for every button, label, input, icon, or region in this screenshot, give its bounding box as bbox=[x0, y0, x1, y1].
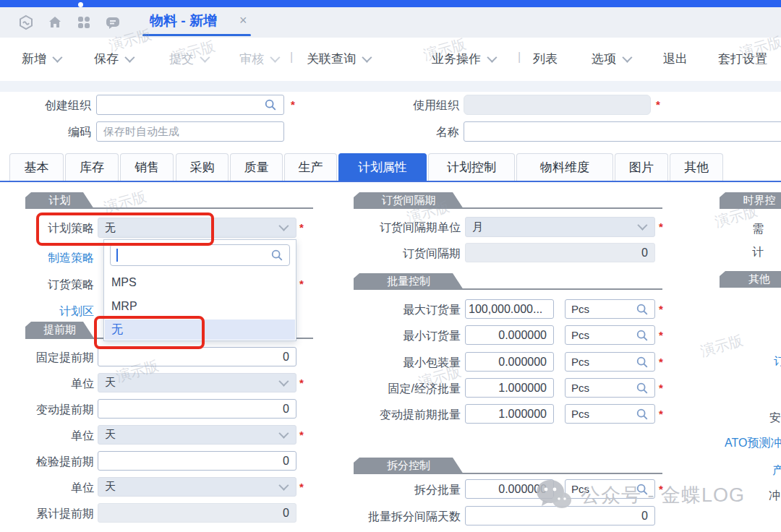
search-icon[interactable] bbox=[636, 382, 649, 395]
value: 天 bbox=[105, 376, 116, 390]
search-icon[interactable] bbox=[270, 249, 283, 262]
dropdown-item-mrp[interactable]: MRP bbox=[105, 294, 295, 318]
menu-list[interactable]: 列表 bbox=[533, 49, 558, 68]
dropdown-item-none[interactable]: 无 bbox=[105, 319, 295, 340]
tab-sales[interactable]: 销售 bbox=[120, 153, 174, 181]
inspect-leadtime-unit-select[interactable]: 天 bbox=[98, 477, 296, 497]
mfg-strategy-label[interactable]: 制造策略 bbox=[0, 251, 94, 266]
value: Pcs bbox=[571, 303, 589, 315]
tab-quality[interactable]: 质量 bbox=[230, 153, 283, 181]
inspect-leadtime-label: 检验提前期 bbox=[0, 455, 94, 470]
home-icon[interactable] bbox=[47, 14, 63, 30]
var-leadtime-unit-select[interactable]: 天 bbox=[98, 425, 296, 445]
other-partial-link[interactable]: 订 bbox=[774, 354, 781, 369]
max-order-qty-label: 最大订货量 bbox=[316, 303, 461, 318]
other-partial-link[interactable]: 产 bbox=[772, 463, 781, 479]
cum-leadtime-label: 累计提前期 bbox=[0, 507, 94, 522]
dropdown-search-input[interactable] bbox=[110, 244, 290, 266]
section-other: 其他 bbox=[720, 271, 781, 288]
var-leadtime-batch-input[interactable]: 1.000000 bbox=[465, 404, 554, 424]
value: Pcs bbox=[571, 329, 589, 341]
fixed-economic-batch-input[interactable]: 1.000000 bbox=[465, 378, 554, 398]
min-pack-qty-unit[interactable]: Pcs bbox=[565, 352, 655, 372]
required-marker: * bbox=[299, 481, 304, 493]
required-marker: * bbox=[659, 483, 663, 495]
menu-label: 业务操作 bbox=[432, 51, 481, 67]
section-plan: 计划 bbox=[25, 192, 94, 209]
interval-unit-label: 订货间隔期单位 bbox=[316, 220, 461, 236]
tab-picture[interactable]: 图片 bbox=[615, 153, 668, 181]
tab-material-dimension[interactable]: 物料维度 bbox=[516, 153, 613, 181]
menu-save[interactable]: 保存 bbox=[94, 49, 132, 68]
menu-new[interactable]: 新增 bbox=[22, 49, 60, 68]
var-leadtime-batch-unit[interactable]: Pcs bbox=[565, 404, 655, 424]
apps-grid-icon[interactable] bbox=[76, 14, 92, 30]
tab-plan-control[interactable]: 计划控制 bbox=[428, 153, 515, 181]
document-tab-title[interactable]: 物料 - 新增 bbox=[150, 12, 217, 30]
required-marker: * bbox=[299, 221, 304, 233]
menu-audit: 审核 bbox=[239, 49, 278, 68]
menu-label: 套打设置 bbox=[718, 51, 767, 67]
tab-other[interactable]: 其他 bbox=[670, 153, 723, 181]
section-batch-control: 批量控制 bbox=[354, 273, 464, 290]
split-batch-input[interactable]: 0.000000 bbox=[465, 479, 554, 499]
split-interval-days-input[interactable]: 0 bbox=[465, 506, 655, 525]
ato-forecast-offset-link[interactable]: ATO预测冲 bbox=[725, 436, 781, 451]
menu-exit[interactable]: 退出 bbox=[663, 49, 688, 68]
menu-options[interactable]: 选项 bbox=[592, 49, 630, 68]
search-icon[interactable] bbox=[636, 329, 649, 342]
tab-production[interactable]: 生产 bbox=[284, 153, 337, 181]
min-order-qty-unit[interactable]: Pcs bbox=[565, 325, 655, 345]
code-input[interactable]: 保存时自动生成 bbox=[96, 121, 284, 142]
search-icon[interactable] bbox=[264, 98, 277, 111]
menu-label: 关联查询 bbox=[307, 51, 356, 67]
min-pack-qty-input[interactable]: 0.000000 bbox=[465, 352, 554, 372]
use-org-input bbox=[464, 95, 651, 115]
chevron-down-icon bbox=[622, 53, 632, 63]
close-icon[interactable]: × bbox=[239, 13, 247, 28]
create-org-input[interactable] bbox=[96, 95, 284, 115]
tab-basic[interactable]: 基本 bbox=[9, 153, 64, 181]
var-leadtime-input[interactable]: 0 bbox=[98, 399, 296, 419]
plan-strategy-select[interactable]: 无 bbox=[98, 218, 296, 238]
demo-watermark: 演示版 bbox=[698, 330, 745, 361]
menu-separator: | bbox=[518, 51, 521, 64]
interval-unit-select[interactable]: 月 bbox=[465, 217, 655, 237]
value: Pcs bbox=[571, 483, 589, 495]
tab-plan-attributes[interactable]: 计划属性 bbox=[338, 153, 427, 181]
fixed-leadtime-unit-select[interactable]: 天 bbox=[98, 373, 296, 392]
var-leadtime-label: 变动提前期 bbox=[0, 403, 94, 418]
fixed-leadtime-input[interactable]: 0 bbox=[98, 347, 296, 366]
search-icon[interactable] bbox=[636, 408, 649, 421]
search-icon[interactable] bbox=[636, 303, 649, 316]
search-icon[interactable] bbox=[636, 483, 649, 496]
value: 天 bbox=[105, 428, 116, 442]
menu-business-ops[interactable]: 业务操作 bbox=[432, 49, 495, 68]
fixed-economic-batch-unit[interactable]: Pcs bbox=[565, 378, 655, 398]
section-order-interval: 订货间隔期 bbox=[354, 192, 464, 209]
max-order-qty-unit[interactable]: Pcs bbox=[565, 299, 655, 319]
plan-area-label[interactable]: 计划区 bbox=[0, 304, 94, 319]
unit-label: 单位 bbox=[0, 481, 94, 496]
value: Pcs bbox=[571, 356, 589, 368]
menu-related-query[interactable]: 关联查询 bbox=[307, 49, 370, 68]
split-batch-unit[interactable]: Pcs bbox=[565, 479, 655, 499]
menu-print-setup[interactable]: 套打设置 bbox=[718, 49, 767, 68]
min-order-qty-input[interactable]: 0.000000 bbox=[465, 325, 554, 345]
message-icon[interactable] bbox=[105, 14, 121, 30]
tab-stock[interactable]: 库存 bbox=[65, 153, 119, 181]
required-marker: * bbox=[659, 329, 663, 341]
min-order-qty-label: 最小订货量 bbox=[316, 329, 461, 344]
dropdown-item-mps[interactable]: MPS bbox=[105, 270, 295, 294]
search-icon[interactable] bbox=[636, 356, 649, 369]
required-marker: * bbox=[291, 98, 295, 111]
chevron-down-icon bbox=[278, 428, 289, 438]
menu-label: 审核 bbox=[239, 51, 264, 67]
inspect-leadtime-input[interactable]: 0 bbox=[98, 451, 296, 471]
max-order-qty-input[interactable]: 100,000.000... bbox=[465, 299, 554, 319]
required-marker: * bbox=[659, 220, 663, 233]
value: 100,000.000... bbox=[469, 303, 542, 316]
sync-logo-icon[interactable] bbox=[18, 14, 34, 30]
name-input[interactable] bbox=[464, 121, 781, 142]
tab-purchase[interactable]: 采购 bbox=[176, 153, 229, 181]
